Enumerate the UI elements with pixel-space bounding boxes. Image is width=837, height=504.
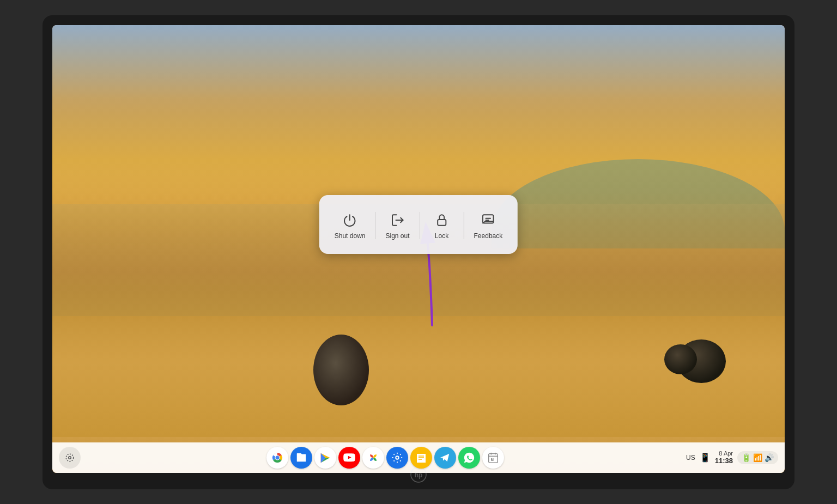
svg-rect-1 <box>438 220 446 226</box>
laptop-body: Shut down Sign out <box>43 15 794 489</box>
svg-text:M: M <box>490 458 493 462</box>
shutdown-button[interactable]: Shut down <box>325 206 375 245</box>
feedback-button[interactable]: Feedback <box>464 206 513 245</box>
svg-point-7 <box>66 454 74 462</box>
svg-point-11 <box>275 456 279 459</box>
svg-point-6 <box>69 456 71 459</box>
taskbar-youtube[interactable] <box>338 447 360 469</box>
sound-icon: 🔊 <box>765 453 774 462</box>
lock-label: Lock <box>435 232 448 240</box>
feedback-icon <box>480 211 497 229</box>
signout-label: Sign out <box>385 232 409 240</box>
taskbar-files[interactable] <box>290 447 312 469</box>
signout-button[interactable]: Sign out <box>375 206 419 245</box>
power-menu: Shut down Sign out <box>319 195 518 254</box>
taskbar-status-area: US 📱 8 Apr 11:38 🔋 📶 🔊 <box>686 450 778 465</box>
taskbar-settings[interactable] <box>386 447 408 469</box>
region-label: US <box>686 454 695 462</box>
taskbar-telegram[interactable] <box>434 447 456 469</box>
sign-out-icon <box>389 211 407 229</box>
taskbar-calendar[interactable]: M <box>482 447 504 469</box>
lock-button[interactable]: Lock <box>420 206 464 245</box>
launcher-button[interactable] <box>59 447 81 469</box>
taskbar: M US 📱 8 Apr 11:38 🔋 📶 🔊 <box>52 442 785 473</box>
svg-point-12 <box>396 456 399 459</box>
phone-icon: 📱 <box>700 452 711 463</box>
rock-main <box>313 335 369 405</box>
rock-right-2 <box>664 344 697 374</box>
taskbar-photos[interactable] <box>362 447 384 469</box>
taskbar-left <box>59 447 84 469</box>
screen: Shut down Sign out <box>52 25 785 473</box>
shutdown-label: Shut down <box>335 232 366 240</box>
feedback-label: Feedback <box>474 232 503 240</box>
taskbar-chrome[interactable] <box>266 447 288 469</box>
lock-icon <box>433 211 451 229</box>
power-icon <box>341 211 359 229</box>
taskbar-keep[interactable] <box>410 447 432 469</box>
date-label: 8 Apr <box>719 450 733 457</box>
wifi-icon: 📶 <box>753 453 762 462</box>
time-label: 11:38 <box>715 457 733 465</box>
taskbar-whatsapp[interactable] <box>458 447 480 469</box>
datetime-display[interactable]: 8 Apr 11:38 <box>715 450 733 465</box>
system-tray[interactable]: 🔋 📶 🔊 <box>737 451 778 464</box>
taskbar-apps: M <box>84 447 686 469</box>
battery-icon: 🔋 <box>742 453 751 462</box>
taskbar-playstore[interactable] <box>314 447 336 469</box>
